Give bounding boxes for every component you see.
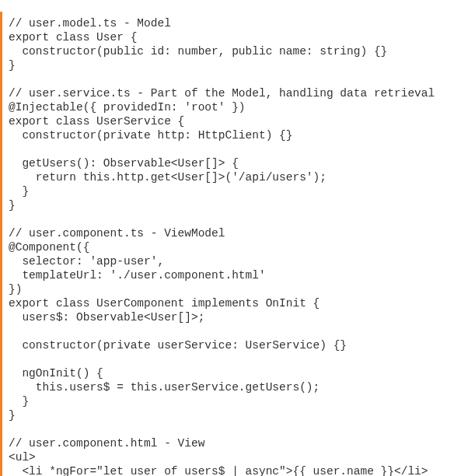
- code-snippet: // user.model.ts - Model export class Us…: [0, 12, 468, 477]
